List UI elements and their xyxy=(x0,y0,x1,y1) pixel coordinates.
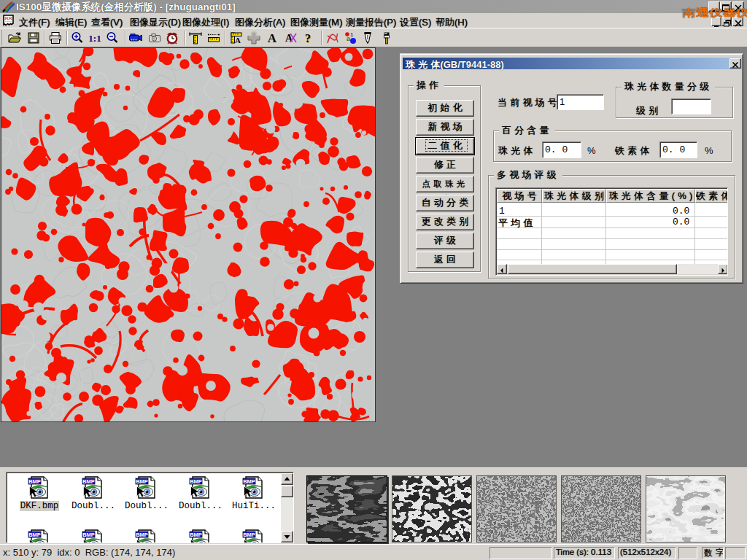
svg-text:1: 1 xyxy=(350,31,354,38)
svg-text:BMP: BMP xyxy=(28,478,41,485)
svg-text:?: ? xyxy=(305,32,311,44)
svg-text:BMP: BMP xyxy=(82,478,95,485)
svg-text:A: A xyxy=(235,36,241,44)
svg-text:A: A xyxy=(285,33,293,44)
svg-text:BMP: BMP xyxy=(243,478,255,485)
svg-text:BMP: BMP xyxy=(82,532,95,538)
svg-text:BMP: BMP xyxy=(190,532,202,538)
svg-text:DOC: DOC xyxy=(3,15,14,20)
svg-text:BMP: BMP xyxy=(190,478,202,485)
svg-text:BMP: BMP xyxy=(243,532,255,538)
svg-text:BMP: BMP xyxy=(28,532,41,538)
svg-text:1:1: 1:1 xyxy=(88,33,101,44)
svg-text:A: A xyxy=(268,31,277,45)
svg-text:BMP: BMP xyxy=(136,532,148,538)
svg-text:BMP: BMP xyxy=(136,478,148,485)
